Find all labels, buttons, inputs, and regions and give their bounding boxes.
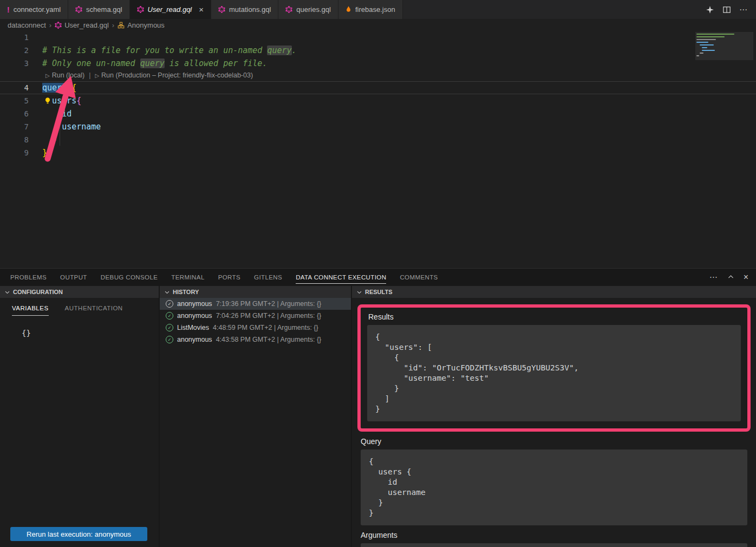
code-content <box>29 31 42 44</box>
sparkle-copilot-icon[interactable] <box>706 5 714 14</box>
editor-line[interactable]: 9} <box>0 146 756 159</box>
history-item[interactable]: ✓anonymous4:43:58 PM GMT+2 | Arguments: … <box>160 334 351 346</box>
line-number: 6 <box>0 107 29 120</box>
code-content: # Only one un-named query is allowed per… <box>29 57 267 70</box>
panel-tab-data-connect-execution[interactable]: DATA CONNECT EXECUTION <box>296 271 386 284</box>
code-content: query { <box>29 81 76 94</box>
editor[interactable]: 12# This is a file for you to write an u… <box>0 31 756 268</box>
chevron-right-icon: › <box>112 21 115 29</box>
panel-tab-comments[interactable]: COMMENTS <box>400 271 438 284</box>
history-name: ListMovies <box>177 324 209 331</box>
results-json: { "users": [ { "id": "OrTucFODZHTksvBSBU… <box>367 325 741 421</box>
tab-label: mutations.gql <box>229 5 271 14</box>
editor-line[interactable]: 2# This is a file for you to write an un… <box>0 44 756 57</box>
editor-line[interactable]: 5 users{ <box>0 94 756 107</box>
config-tab-authentication[interactable]: AUTHENTICATION <box>65 305 123 316</box>
configuration-header[interactable]: CONFIGURATION <box>0 286 159 298</box>
bottom-panel: PROBLEMSOUTPUTDEBUG CONSOLETERMINALPORTS… <box>0 268 756 547</box>
editor-line[interactable]: 8 } <box>0 133 756 146</box>
configuration-title: CONFIGURATION <box>13 289 63 295</box>
results-label: Results <box>368 312 741 321</box>
more-actions-icon[interactable]: ⋯ <box>739 5 748 14</box>
codelens-row: ▷Run (local)|▷Run (Production – Project:… <box>0 70 756 81</box>
breadcrumb-label: Anonymous <box>127 21 165 29</box>
query-code: { users { id username } } <box>361 450 747 525</box>
codelens-run-local[interactable]: Run (local) <box>52 70 84 81</box>
breadcrumb-label: dataconnect <box>8 21 46 29</box>
close-icon[interactable]: × <box>199 5 204 14</box>
history-title: HISTORY <box>173 289 199 295</box>
results-header[interactable]: RESULTS <box>352 286 756 298</box>
panel-tab-ports[interactable]: PORTS <box>218 271 240 284</box>
editor-line[interactable]: 6 id <box>0 107 756 120</box>
symbol-anonymous-icon <box>118 22 125 29</box>
editor-line[interactable]: 3# Only one un-named query is allowed pe… <box>0 57 756 70</box>
rerun-button[interactable]: Rerun last execution: anonymous <box>10 527 147 541</box>
panel-tab-output[interactable]: OUTPUT <box>60 271 87 284</box>
chevron-down-icon <box>356 289 362 295</box>
firebase-icon <box>346 6 351 13</box>
panel-tabs: PROBLEMSOUTPUTDEBUG CONSOLETERMINALPORTS… <box>0 269 756 285</box>
breadcrumb-item[interactable]: User_read.gql <box>55 21 109 29</box>
maximize-panel-icon[interactable] <box>727 274 734 281</box>
code-content: users{ <box>29 94 81 107</box>
tab-firebase.json[interactable]: firebase.json <box>338 0 403 19</box>
tab-label: connector.yaml <box>14 5 61 14</box>
breadcrumb-item[interactable]: dataconnect <box>8 21 46 29</box>
lightbulb-icon[interactable] <box>44 97 51 105</box>
code-content: id <box>29 107 71 120</box>
breadcrumb-item[interactable]: Anonymous <box>118 21 165 29</box>
tab-label: User_read.gql <box>148 5 192 14</box>
line-number: 8 <box>0 133 29 146</box>
history-name: anonymous <box>177 336 212 343</box>
arguments-label: Arguments <box>361 531 747 539</box>
tab-connector.yaml[interactable]: !connector.yaml <box>0 0 68 19</box>
query-section: Query { users { id username } } <box>361 437 747 525</box>
tab-bar-tabs: !connector.yamlschema.gqlUser_read.gql×m… <box>0 0 403 19</box>
configuration-pane: CONFIGURATION VARIABLESAUTHENTICATION {}… <box>0 286 159 547</box>
close-panel-icon[interactable]: × <box>744 272 748 282</box>
run-icon: ▷ <box>95 70 99 81</box>
chevron-down-icon <box>4 289 10 295</box>
breadcrumb: dataconnect›User_read.gql›Anonymous <box>0 19 756 31</box>
editor-actions: ⋯ <box>706 0 756 19</box>
check-circle-icon: ✓ <box>166 336 173 343</box>
graphql-icon <box>55 22 62 29</box>
history-name: anonymous <box>177 300 212 308</box>
minimap[interactable] <box>695 32 753 64</box>
split-editor-icon[interactable] <box>722 5 731 14</box>
check-circle-icon: ✓ <box>166 324 173 331</box>
history-item[interactable]: ✓ListMovies4:48:59 PM GMT+2 | Arguments:… <box>160 322 351 334</box>
panel-tab-terminal[interactable]: TERMINAL <box>171 271 204 284</box>
panel-tab-problems[interactable]: PROBLEMS <box>10 271 47 284</box>
tab-queries.gql[interactable]: queries.gql <box>278 0 338 19</box>
panel-more-actions-icon[interactable]: ⋯ <box>709 272 718 282</box>
panel-body: CONFIGURATION VARIABLESAUTHENTICATION {}… <box>0 286 756 547</box>
history-item[interactable]: ✓anonymous7:19:36 PM GMT+2 | Arguments: … <box>160 298 351 310</box>
variables-value[interactable]: {} <box>22 329 159 337</box>
editor-line[interactable]: 1 <box>0 31 756 44</box>
line-number: 4 <box>0 81 29 94</box>
panel-tab-gitlens[interactable]: GITLENS <box>254 271 282 284</box>
yaml-warning-icon: ! <box>7 5 10 14</box>
tab-schema.gql[interactable]: schema.gql <box>68 0 129 19</box>
panel-actions: ⋯ × <box>709 269 756 285</box>
editor-line[interactable]: 7 username <box>0 120 756 133</box>
code-content: # This is a file for you to write an un-… <box>29 44 297 57</box>
results-title: RESULTS <box>365 289 393 295</box>
arguments-section: Arguments {} <box>361 531 747 547</box>
history-pane: HISTORY ✓anonymous7:19:36 PM GMT+2 | Arg… <box>160 286 351 547</box>
history-item[interactable]: ✓anonymous7:04:26 PM GMT+2 | Arguments: … <box>160 310 351 322</box>
tab-mutations.gql[interactable]: mutations.gql <box>211 0 278 19</box>
config-tab-variables[interactable]: VARIABLES <box>12 305 49 316</box>
line-number: 1 <box>0 31 29 44</box>
history-meta: 4:43:58 PM GMT+2 | Arguments: {} <box>216 336 322 343</box>
editor-line[interactable]: 4query { <box>0 81 756 94</box>
chevron-right-icon: › <box>49 21 52 29</box>
codelens-run-production[interactable]: Run (Production – Project: friendly-flix… <box>101 70 253 81</box>
history-name: anonymous <box>177 312 212 320</box>
line-number: 7 <box>0 120 29 133</box>
history-header[interactable]: HISTORY <box>160 286 351 298</box>
tab-User_read.gql[interactable]: User_read.gql× <box>130 0 211 19</box>
panel-tab-debug-console[interactable]: DEBUG CONSOLE <box>101 271 158 284</box>
